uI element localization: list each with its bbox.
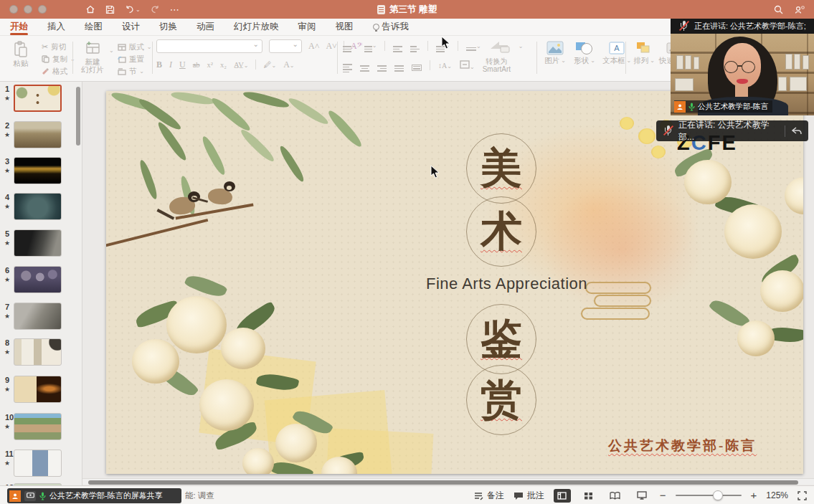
highlight-pen-icon[interactable]: 🖉⌄ [263, 60, 276, 69]
home-icon[interactable] [85, 4, 95, 14]
save-icon[interactable] [105, 5, 115, 14]
tab-view[interactable]: 视图 [336, 19, 354, 36]
subscript-icon[interactable]: x₂ [220, 61, 227, 69]
slide-thumb-4[interactable]: 4★ [0, 193, 82, 224]
fit-slide-icon[interactable] [798, 491, 807, 500]
thumbnail-image[interactable] [14, 229, 62, 257]
thumbnail-image[interactable] [14, 121, 62, 148]
thumbnail-image[interactable] [14, 413, 62, 440]
title-circle-mei[interactable]: 美 [466, 133, 536, 204]
more-commands-icon[interactable]: ⋯ [170, 4, 180, 15]
decrease-indent-icon[interactable] [393, 40, 402, 52]
zoom-slider-knob[interactable] [713, 490, 723, 500]
redo-icon[interactable] [151, 5, 160, 14]
thumbnail-image[interactable] [14, 266, 62, 293]
speaking-banner-top[interactable]: 正在讲话: 公共艺术教学部-陈言; [671, 19, 814, 34]
zoom-in-button[interactable]: + [751, 492, 757, 499]
slide-thumb-1[interactable]: 1★ [0, 85, 82, 116]
horizontal-scrollbar-track[interactable] [82, 478, 814, 485]
tab-slideshow[interactable]: 幻灯片放映 [234, 19, 279, 36]
italic-icon[interactable]: I [169, 60, 172, 70]
reset-button[interactable]: 重置 [118, 54, 152, 64]
numbering-icon[interactable]: ⌄ [364, 40, 377, 52]
convert-smartart-button[interactable]: 转换为SmartArt [483, 57, 511, 74]
slide-subtitle[interactable]: Fine Arts Appreciation [426, 275, 587, 293]
zoom-window-button[interactable] [38, 5, 47, 14]
arrange-button[interactable]: 排列⌄ [630, 39, 658, 65]
minimize-window-button[interactable] [24, 5, 32, 14]
tab-design[interactable]: 设计 [122, 19, 140, 36]
slide-thumb-2[interactable]: 2★ [0, 121, 82, 153]
thumbnail-image[interactable] [14, 193, 62, 220]
decrease-font-icon[interactable]: A˅ [326, 41, 336, 52]
reply-collapse-icon[interactable] [791, 126, 803, 135]
share-presence-icon[interactable] [795, 5, 805, 14]
zoom-level[interactable]: 125% [766, 490, 788, 500]
thumbnail-image[interactable] [14, 338, 62, 366]
bullets-icon[interactable]: ⌄ [343, 40, 356, 52]
horizontal-scrollbar-thumb[interactable] [88, 480, 798, 485]
shapes-button[interactable]: 形状⌄ [569, 39, 600, 65]
slide-sorter-view-button[interactable] [580, 489, 597, 503]
font-size-select[interactable] [269, 39, 302, 53]
speaking-banner-floating[interactable]: 正在讲话: 公共艺术教学部... [656, 120, 808, 141]
align-left-icon[interactable] [343, 58, 352, 73]
zoom-out-button[interactable]: − [660, 492, 666, 499]
layout-button[interactable]: 版式⌄ [118, 42, 152, 52]
slide-thumb-10[interactable]: 10★ [0, 413, 82, 444]
increase-font-icon[interactable]: A˄ [308, 41, 319, 52]
slideshow-button[interactable] [633, 489, 650, 503]
paste-button[interactable]: 粘贴 [4, 39, 37, 67]
tab-transitions[interactable]: 切换 [159, 19, 177, 36]
reading-view-button[interactable] [607, 489, 624, 503]
align-center-icon[interactable] [360, 60, 369, 72]
slide-credit[interactable]: 公共艺术教学部-陈言 [608, 437, 757, 455]
tab-home[interactable]: 开始 [10, 19, 28, 36]
slide-thumb-5[interactable]: 5★ [0, 229, 82, 261]
panel-scrollbar[interactable] [76, 87, 80, 146]
zoom-slider[interactable] [676, 495, 742, 496]
screen-share-indicator[interactable]: 公共艺术教学部-陈言的屏幕共享 [7, 488, 181, 503]
justify-icon[interactable] [394, 60, 404, 72]
font-name-select[interactable] [156, 39, 262, 53]
normal-view-button[interactable] [554, 489, 571, 503]
tab-insert[interactable]: 插入 [47, 19, 65, 36]
thumbnail-image[interactable] [14, 376, 62, 403]
comments-button[interactable]: 批注 [514, 490, 544, 502]
align-text-icon[interactable]: ⌄ [460, 60, 475, 70]
new-slide-button[interactable]: 新建幻灯片 [76, 39, 109, 74]
slide-thumb-11[interactable]: 11★ [0, 450, 82, 481]
smartart-arrow-icon[interactable] [489, 39, 511, 53]
tab-draw[interactable]: 绘图 [85, 19, 103, 36]
undo-icon[interactable] [125, 5, 134, 14]
align-right-icon[interactable] [377, 60, 387, 72]
slide-thumb-8[interactable]: 8★ [0, 338, 82, 370]
strikethrough-icon[interactable]: ab [193, 61, 200, 69]
thumbnail-image[interactable] [14, 450, 62, 477]
superscript-icon[interactable]: x² [207, 61, 213, 69]
webcam-video[interactable]: 公共艺术教学部-陈言 [671, 34, 814, 115]
tab-tell-me[interactable]: 告诉我 [373, 19, 410, 36]
section-button[interactable]: 节⌄ [118, 67, 152, 76]
title-circle-jian[interactable]: 鉴 [466, 304, 536, 374]
textbox-button[interactable]: A 文本框⌄ [600, 39, 634, 65]
title-circle-shang[interactable]: 赏 [466, 365, 536, 435]
slide-thumb-7[interactable]: 7★ [0, 303, 82, 334]
distribute-icon[interactable] [412, 60, 422, 71]
slide-thumb-6[interactable]: 6★ [0, 266, 82, 298]
title-circle-shu[interactable]: 术 [466, 196, 536, 267]
slide-canvas[interactable]: ZCFE 美 术 Fine Arts Appreciation 鉴 赏 公共艺术… [106, 91, 803, 474]
slide-thumb-9[interactable]: 9★ [0, 376, 82, 407]
picture-button[interactable]: 图片⌄ [541, 39, 569, 65]
font-color-icon[interactable]: A⌄ [283, 60, 294, 70]
increase-indent-icon[interactable] [410, 40, 420, 52]
undo-dropdown-icon[interactable]: ⌄ [136, 6, 141, 13]
underline-icon[interactable]: U [179, 60, 186, 70]
thumbnail-image[interactable] [14, 303, 62, 330]
slide-thumb-3[interactable]: 3★ [0, 157, 82, 189]
thumbnail-image[interactable] [14, 157, 62, 184]
cut-button[interactable]: ✂剪切 [42, 42, 75, 52]
search-icon[interactable] [774, 5, 783, 14]
character-spacing-icon[interactable]: A̲V̲⌄ [234, 61, 249, 69]
text-direction-icon[interactable]: ↕A⌄ [438, 62, 452, 70]
